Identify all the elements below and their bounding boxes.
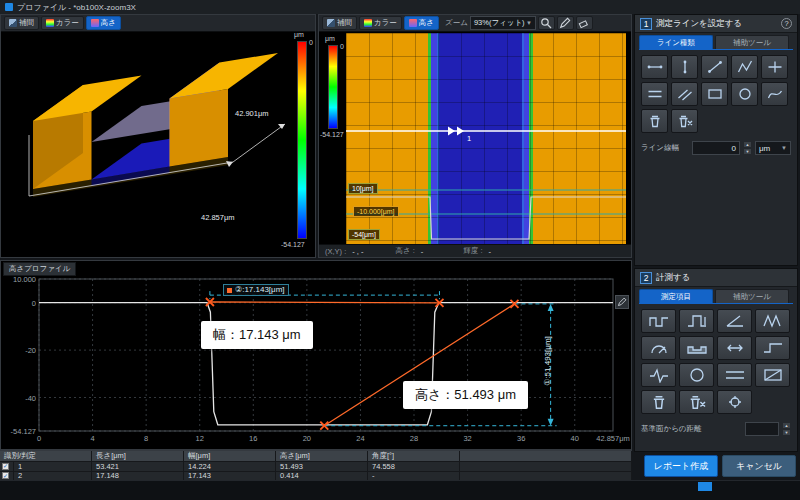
- measure-tool-distance[interactable]: [717, 336, 752, 360]
- zoom-select[interactable]: 93%(フィット) ▼: [470, 16, 536, 30]
- line-marker-arrow[interactable]: [448, 127, 455, 136]
- measure-tool-peak-valley[interactable]: [641, 363, 676, 387]
- reference-distance-stepper[interactable]: ▲▼: [782, 422, 791, 436]
- draw-line-button[interactable]: [557, 16, 574, 30]
- trash-icon: [648, 394, 670, 410]
- annotate-button[interactable]: [615, 295, 629, 309]
- height-mode-button-2d[interactable]: 高さ: [404, 16, 439, 30]
- view3d-toolbar: 補間 カラー 高さ: [1, 15, 315, 32]
- help-button[interactable]: ?: [781, 18, 792, 29]
- line-tool-rectangle[interactable]: [701, 82, 728, 106]
- x-tick-label: 20: [303, 434, 311, 443]
- cancel-button[interactable]: キャンセル: [722, 455, 796, 477]
- col-height: 高さ[μm]: [276, 451, 368, 461]
- row-length: 17.148: [92, 472, 184, 481]
- measure-tool-circle[interactable]: [679, 363, 714, 387]
- tab-line-type[interactable]: ライン種類: [639, 35, 713, 49]
- measure-tool-radius[interactable]: [641, 336, 676, 360]
- titlebar: プロファイル - *ob100X-zoom3X: [0, 0, 800, 14]
- line-tool-circle[interactable]: [731, 82, 758, 106]
- 2d-status-bar: (X,Y) : - , - 高さ : - 輝度 : -: [319, 244, 631, 257]
- 2d-height-image[interactable]: 1 10[μm] -10.000[μm] -54[μm]: [346, 33, 626, 246]
- profile-tab[interactable]: 高さプロファイル: [3, 262, 76, 276]
- reference-distance-input[interactable]: [745, 422, 779, 436]
- line-tool-free-curve[interactable]: [761, 82, 788, 106]
- delete-all-lines-button[interactable]: [671, 109, 698, 133]
- bottom-strip: [0, 480, 800, 500]
- delete-all-measures-button[interactable]: [679, 390, 714, 414]
- chevron-down-icon: ▼: [781, 145, 787, 151]
- app-icon: [5, 3, 13, 11]
- delete-measure-button[interactable]: [641, 390, 676, 414]
- measure-tool-area[interactable]: [679, 336, 714, 360]
- row-height: 0.414: [276, 472, 368, 481]
- line-tool-cross[interactable]: [761, 55, 788, 79]
- delete-line-button[interactable]: [641, 109, 668, 133]
- measure-tool-angle[interactable]: [717, 309, 752, 333]
- height-mode-button[interactable]: 高さ: [86, 16, 121, 30]
- x-tick-label: 12: [196, 434, 204, 443]
- col-length: 長さ[μm]: [92, 451, 184, 461]
- checkbox-checked-icon[interactable]: ✓: [2, 472, 9, 479]
- line-marker-arrow[interactable]: [457, 127, 464, 136]
- line-tool-polyline[interactable]: [731, 55, 758, 79]
- y-tick-label: 10.000: [13, 275, 36, 284]
- 3d-scene: [1, 15, 317, 259]
- step-number-badge: 2: [640, 272, 652, 284]
- distance-icon: [724, 340, 746, 356]
- width-measure-icon: [648, 313, 670, 329]
- step-up-icon[interactable]: ▲: [782, 422, 791, 429]
- tab-aux-tools[interactable]: 補助ツール: [715, 35, 789, 49]
- eraser-icon: [578, 17, 590, 29]
- 3d-colorbar-max: 0: [309, 39, 313, 46]
- line-width-input[interactable]: 0: [692, 141, 740, 155]
- interp-toggle-button-2d[interactable]: 補間: [322, 16, 357, 30]
- horizontal-line-icon: [646, 60, 664, 74]
- diagonal-line-icon: [706, 60, 724, 74]
- checkbox-checked-icon[interactable]: ✓: [2, 463, 9, 470]
- luminance-label: 輝度 :: [463, 246, 482, 256]
- measure-tool-parallel[interactable]: [717, 363, 752, 387]
- 2d-colorbar-min: -54.127: [320, 131, 344, 138]
- line-tool-vertical[interactable]: [671, 55, 698, 79]
- section-icon: [762, 367, 784, 383]
- measure-tool-peaks[interactable]: [755, 309, 790, 333]
- trash-all-icon: [686, 394, 708, 410]
- step-up-icon[interactable]: ▲: [743, 141, 752, 148]
- vertical-line-icon: [676, 60, 694, 74]
- tab-aux-tools-2[interactable]: 補助ツール: [715, 289, 789, 303]
- profile-chart: 048121620242832364042.857μm10.0000-20-40…: [1, 261, 633, 449]
- parallel-lines-icon: [646, 87, 664, 101]
- erase-button[interactable]: [576, 16, 593, 30]
- measure-settings-button[interactable]: [717, 390, 752, 414]
- row-width: 14.224: [184, 462, 276, 471]
- line-tool-horizontal[interactable]: [641, 55, 668, 79]
- line-tool-parallel-horizontal[interactable]: [641, 82, 668, 106]
- tab-measure-items[interactable]: 測定項目: [639, 289, 713, 303]
- magnifier-button[interactable]: [538, 16, 555, 30]
- line-tool-parallel-diagonal[interactable]: [671, 82, 698, 106]
- 3d-colorbar: [297, 41, 307, 239]
- y-tick-label: -20: [25, 346, 36, 355]
- line-width-unit-select[interactable]: μm ▼: [755, 141, 791, 155]
- line-width-stepper[interactable]: ▲▼: [743, 141, 752, 155]
- profile-panel: 高さプロファイル 048121620242832364042.857μm10.0…: [0, 260, 632, 450]
- 3d-colorbar-min: -54.127: [281, 241, 305, 248]
- footer-indicator: [698, 482, 712, 491]
- reference-distance-row: 基準面からの距離 ▲▼: [635, 419, 797, 439]
- create-report-button[interactable]: レポート作成: [644, 455, 718, 477]
- measure-tool-width[interactable]: [641, 309, 676, 333]
- step-down-icon[interactable]: ▼: [743, 148, 752, 155]
- measure-tool-step[interactable]: [755, 336, 790, 360]
- interp-toggle-button[interactable]: 補間: [4, 16, 39, 30]
- results-table: 識別/判定 長さ[μm] 幅[μm] 高さ[μm] 角度[°] ✓ 1 53.4…: [0, 450, 632, 480]
- table-row[interactable]: ✓ 1 53.421 14.224 51.493 74.558: [0, 462, 632, 472]
- measure-tool-height[interactable]: [679, 309, 714, 333]
- measure-tool-section[interactable]: [755, 363, 790, 387]
- line-tool-diagonal[interactable]: [701, 55, 728, 79]
- color-mode-button-2d[interactable]: カラー: [359, 16, 402, 30]
- step-down-icon[interactable]: ▼: [782, 429, 791, 436]
- y-tick-label: 0: [32, 299, 36, 308]
- color-mode-button[interactable]: カラー: [41, 16, 84, 30]
- height-icon: [409, 19, 417, 27]
